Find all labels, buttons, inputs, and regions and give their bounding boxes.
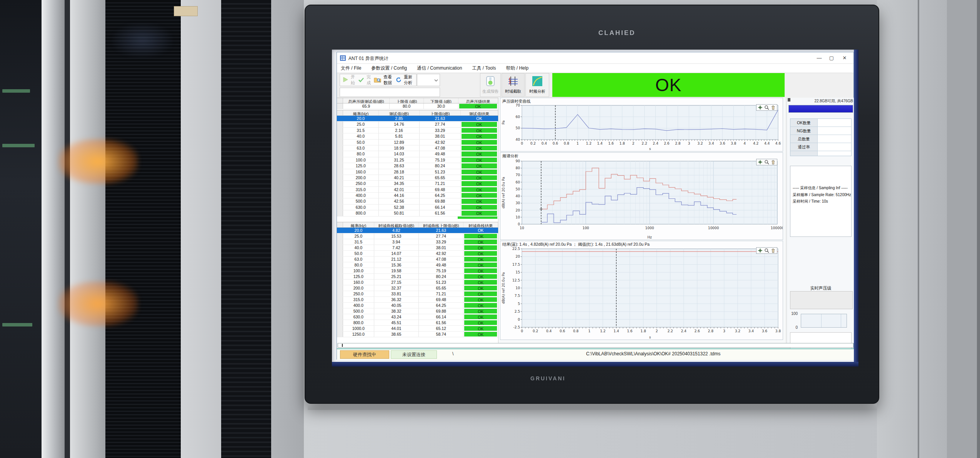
menu-communication[interactable]: 通信 / Communication bbox=[417, 65, 462, 72]
start-button[interactable]: 开始 bbox=[351, 74, 356, 86]
finish-icon[interactable] bbox=[358, 77, 364, 83]
table-row[interactable]: 200.032.3765.65OK bbox=[337, 285, 498, 291]
table-row[interactable]: 20.02.8521.63OK bbox=[337, 116, 498, 122]
stat-value bbox=[818, 127, 851, 135]
svg-text:10000: 10000 bbox=[708, 226, 719, 230]
table-row[interactable]: 400.044.1664.25OK bbox=[337, 193, 498, 198]
pan-hand-icon[interactable] bbox=[771, 105, 776, 110]
menu-help[interactable]: 帮助 / Help bbox=[506, 65, 528, 72]
table-row[interactable]: 50.014.0742.92OK bbox=[337, 251, 498, 256]
time-capture-button[interactable]: 时域截取 bbox=[502, 73, 525, 97]
result-cell: OK bbox=[464, 315, 497, 319]
cursor-tool-icon[interactable] bbox=[758, 105, 763, 110]
table-row[interactable]: 200.040.2165.65OK bbox=[337, 175, 498, 181]
zoom-tool-icon[interactable] bbox=[764, 105, 769, 110]
view-data-button[interactable]: 查看数据 bbox=[383, 74, 393, 86]
generate-report-button[interactable]: 生成报告 bbox=[480, 73, 501, 97]
table-row[interactable]: 800.050.8161.56OK bbox=[337, 210, 498, 216]
table-row[interactable]: 315.042.0169.48OK bbox=[337, 187, 498, 193]
menu-file[interactable]: 文件 / File bbox=[341, 65, 361, 72]
chart-zoom-tools[interactable] bbox=[756, 104, 777, 111]
table-row[interactable]: 80.014.0349.48OK bbox=[337, 151, 498, 157]
table-row[interactable]: 160.027.1551.23OK bbox=[337, 280, 498, 285]
table-row[interactable]: 1250.038.6558.74OK bbox=[337, 331, 498, 337]
result-cell: OK bbox=[459, 104, 497, 108]
time-slice-chart: 00.20.40.60.811.21.41.61.822.22.42.62.83… bbox=[500, 247, 783, 340]
svg-text:0.8: 0.8 bbox=[564, 142, 570, 145]
table-row[interactable]: 50.012.8942.92OK bbox=[337, 140, 498, 145]
time-freq-icon bbox=[532, 83, 543, 87]
svg-text:50: 50 bbox=[516, 126, 520, 130]
pan-hand-icon[interactable] bbox=[771, 160, 776, 165]
table-row[interactable]: 400.040.0564.25OK bbox=[337, 303, 498, 308]
table-row[interactable]: 31.52.1633.29OK bbox=[337, 128, 498, 133]
table-row[interactable]: 63.021.1247.08OK bbox=[337, 256, 498, 262]
finish-button[interactable]: 完成 bbox=[367, 74, 372, 86]
table-row[interactable]: 125.025.2180.24OK bbox=[337, 274, 498, 280]
table-row[interactable]: 20.04.8221.63OK bbox=[337, 228, 498, 233]
table-row[interactable]: 1000.044.0165.12OK bbox=[337, 326, 498, 331]
svg-text:-2.5: -2.5 bbox=[513, 325, 520, 329]
table-row[interactable]: 500.038.3269.88OK bbox=[337, 308, 498, 314]
svg-text:1.8: 1.8 bbox=[619, 142, 625, 145]
result-cell: OK bbox=[464, 257, 497, 261]
chart-zoom-tools[interactable] bbox=[756, 247, 777, 254]
rack-label-strip bbox=[2, 89, 30, 93]
svg-text:0: 0 bbox=[521, 142, 523, 145]
cursor-tool-icon[interactable] bbox=[758, 160, 763, 165]
minimize-button[interactable]: — bbox=[813, 54, 825, 62]
result-cell: OK bbox=[464, 234, 497, 238]
table-row[interactable]: 63.018.9947.08OK bbox=[337, 145, 498, 151]
svg-text:100000: 100000 bbox=[771, 226, 783, 230]
maximize-button[interactable]: ▢ bbox=[826, 54, 837, 62]
start-icon[interactable] bbox=[342, 77, 348, 83]
table-row[interactable]: 500.042.5669.88OK bbox=[337, 198, 498, 204]
seek-cursor[interactable] bbox=[342, 344, 343, 347]
table-row[interactable]: 630.043.2466.14OK bbox=[337, 314, 498, 320]
table-row[interactable]: 25.015.5327.74OK bbox=[337, 233, 498, 239]
view-data-icon[interactable] bbox=[374, 77, 381, 83]
col-header: 测试值结果 bbox=[461, 110, 498, 115]
table-row[interactable]: 125.028.6380.24OK bbox=[337, 163, 498, 169]
table-row[interactable]: 100.031.2575.19OK bbox=[337, 157, 498, 163]
table-row[interactable]: 160.028.1851.23OK bbox=[337, 169, 498, 175]
zoom-tool-icon[interactable] bbox=[764, 248, 769, 253]
cursor-tool-icon[interactable] bbox=[758, 248, 763, 253]
time-freq-button[interactable]: 时频分析 bbox=[525, 73, 549, 97]
col-header: 时域曲线截取值(dB) bbox=[374, 222, 419, 227]
table-row[interactable]: 250.034.3571.21OK bbox=[337, 181, 498, 187]
menu-config[interactable]: 参数设置 / Config bbox=[371, 65, 407, 72]
table-row[interactable]: 25.014.7627.74OK bbox=[337, 122, 498, 127]
zoom-tool-icon[interactable] bbox=[764, 160, 769, 165]
table-row[interactable]: 800.045.5161.56OK bbox=[337, 320, 498, 326]
svg-text:3.2: 3.2 bbox=[697, 142, 703, 145]
screen: ANT 01 异音声统计 — ▢ ✕ 文件 / File 参数设置 / Conf… bbox=[332, 50, 858, 366]
toolbar-text-field[interactable] bbox=[340, 88, 440, 97]
col-header: 总声压级测试值(dB) bbox=[343, 98, 390, 103]
close-button[interactable]: ✕ bbox=[839, 54, 850, 62]
wall-panel bbox=[947, 0, 980, 458]
svg-text:70: 70 bbox=[516, 173, 520, 177]
time-table-body: 20.04.8221.63OK25.015.5327.74OK31.53.943… bbox=[337, 228, 498, 337]
table-row[interactable]: 315.036.3269.48OK bbox=[337, 297, 498, 303]
table-row[interactable]: 630.052.3866.14OK bbox=[337, 205, 498, 210]
reanalyze-icon[interactable] bbox=[396, 77, 402, 83]
rack-rail bbox=[42, 0, 65, 458]
table-row[interactable]: 65.9 80.0 30.0 OK bbox=[337, 103, 498, 109]
result-cell: OK bbox=[464, 309, 497, 313]
chart-zoom-tools[interactable] bbox=[756, 159, 777, 165]
playback-seek-bar[interactable] bbox=[338, 343, 853, 348]
pan-hand-icon[interactable] bbox=[771, 248, 776, 253]
table-row[interactable]: 80.015.3649.48OK bbox=[337, 262, 498, 268]
svg-text:1.6: 1.6 bbox=[627, 329, 633, 333]
table-row[interactable]: 31.53.9433.29OK bbox=[337, 239, 498, 245]
analysis-combobox[interactable] bbox=[417, 74, 440, 86]
menu-tools[interactable]: 工具 / Tools bbox=[472, 65, 496, 72]
wall-edge bbox=[977, 0, 980, 458]
svg-text:3.2: 3.2 bbox=[735, 329, 740, 333]
table-row[interactable]: 250.033.8171.21OK bbox=[337, 291, 498, 297]
table-row[interactable]: 100.019.5875.19OK bbox=[337, 268, 498, 274]
table-row[interactable]: 40.05.8138.01OK bbox=[337, 133, 498, 139]
table-row[interactable]: 40.07.4238.01OK bbox=[337, 245, 498, 251]
reanalyze-button[interactable]: 重新分析 bbox=[404, 74, 414, 86]
